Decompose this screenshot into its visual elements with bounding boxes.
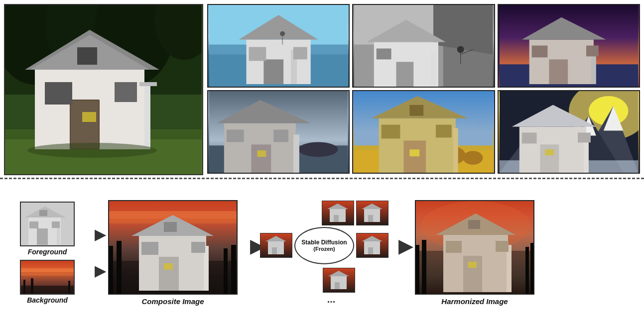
svg-rect-90 [545,149,554,155]
stable-diffusion-label: Stable Diffusion (Frozen) [294,227,354,264]
mini-image-3 [260,233,292,258]
svg-rect-86 [540,144,559,173]
svg-rect-71 [436,125,452,138]
svg-rect-38 [431,52,436,87]
svg-rect-113 [231,245,236,295]
svg-rect-94 [37,228,48,245]
composite-image [108,200,238,295]
svg-rect-50 [586,46,599,57]
svg-rect-120 [164,222,177,232]
mini-images-top-row [322,201,388,225]
svg-rect-39 [377,48,391,59]
main-foreground-image [4,4,203,175]
mini-image-1 [322,201,354,225]
grid-cell-4 [207,90,350,174]
background-label: Background [27,296,68,304]
svg-rect-121 [164,263,173,270]
svg-rect-70 [382,125,400,139]
foreground-label: Foreground [28,248,67,256]
mini-image-2 [356,201,388,225]
svg-rect-116 [159,257,179,291]
background-input: Background [20,260,75,304]
svg-rect-13 [45,82,72,105]
svg-rect-98 [39,210,47,216]
svg-rect-88 [521,132,536,143]
mini-images-mid-row: Stable Diffusion (Frozen) [260,227,388,264]
svg-rect-103 [23,280,25,295]
svg-rect-17 [139,82,157,86]
mini-image-bottom [323,268,355,293]
input-images: Foreground [7,202,87,304]
fg-arrow: ▶ [95,226,106,243]
svg-rect-28 [293,47,307,59]
svg-rect-37 [396,62,414,87]
top-section [0,0,644,179]
svg-rect-12 [71,101,99,148]
svg-rect-96 [29,221,38,228]
svg-rect-58 [227,130,244,142]
input-arrows: ▶ ▶ [95,226,106,279]
svg-point-19 [27,143,157,158]
svg-rect-110 [109,246,113,295]
svg-rect-59 [273,130,288,142]
svg-rect-89 [578,132,591,142]
results-grid [207,4,640,174]
svg-rect-119 [191,242,205,253]
svg-rect-141 [335,282,340,289]
svg-rect-105 [68,281,70,295]
svg-rect-60 [257,150,266,157]
svg-rect-49 [531,46,547,58]
svg-rect-72 [410,105,424,116]
foreground-input: Foreground [20,202,75,256]
svg-rect-145 [416,245,419,295]
svg-rect-25 [263,59,283,84]
bottom-section: Foreground [0,179,644,326]
svg-rect-15 [77,47,97,65]
svg-rect-155 [496,241,509,252]
svg-rect-112 [224,248,228,295]
mini-image-4 [356,233,388,258]
svg-rect-154 [446,241,462,253]
background-small-image [20,260,75,295]
svg-rect-69 [453,128,458,173]
svg-rect-157 [468,262,477,268]
svg-rect-18 [82,112,96,122]
svg-rect-146 [422,240,426,295]
svg-rect-14 [115,82,137,102]
grid-cell-2 [352,4,495,88]
svg-rect-153 [507,245,512,292]
svg-point-29 [280,31,285,36]
svg-rect-100 [21,268,75,272]
svg-rect-56 [251,144,271,173]
svg-rect-97 [52,221,60,228]
svg-rect-125 [334,215,339,222]
grid-cell-3 [498,4,640,88]
svg-rect-101 [21,273,75,276]
svg-rect-133 [272,247,277,254]
diffusion-to-harmonized-arrow: ▶ [398,236,412,257]
harmonized-wrapper: Harmonized Image [415,200,534,306]
svg-rect-118 [141,242,158,255]
svg-point-53 [298,142,338,157]
svg-rect-111 [117,241,122,295]
harmonized-image [415,200,534,295]
mini-image-5 [323,268,355,293]
svg-rect-104 [31,278,33,295]
svg-rect-68 [404,140,426,173]
grid-cell-1 [207,4,350,88]
svg-rect-102 [21,286,75,295]
svg-rect-152 [463,256,482,292]
svg-rect-27 [249,47,266,61]
svg-rect-57 [293,134,299,173]
harmonized-label: Harmonized Image [441,297,508,306]
bg-arrow: ▶ [95,263,106,279]
svg-rect-47 [549,59,568,84]
composite-label: Composite Image [141,297,204,306]
svg-rect-137 [368,247,373,254]
svg-rect-156 [468,220,480,229]
foreground-small-image [20,202,75,246]
grid-cell-5 [352,90,495,174]
dots: ... [327,294,336,305]
svg-point-40 [457,46,464,53]
svg-point-65 [463,151,483,165]
